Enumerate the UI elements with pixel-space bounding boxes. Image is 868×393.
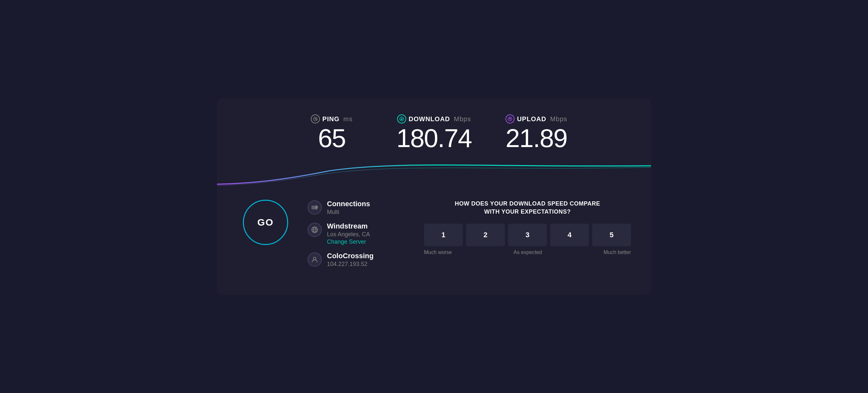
rating-label-worse: Much worse (424, 250, 452, 255)
rating-label-expected: As expected (514, 250, 542, 255)
bottom-section: GO Connections Multi (217, 193, 651, 268)
go-button-wrapper: GO (243, 200, 288, 245)
user-icon (308, 253, 322, 267)
upload-label: UPLOAD (517, 116, 546, 123)
rating-buttons: 1 2 3 4 5 (424, 224, 631, 246)
rating-section: HOW DOES YOUR DOWNLOAD SPEED COMPAREWITH… (411, 200, 631, 255)
svg-point-8 (313, 257, 316, 260)
download-block: DOWNLOAD Mbps 180.74 (397, 114, 472, 151)
upload-icon (505, 114, 515, 124)
ping-block: PING ms 65 (300, 114, 364, 151)
download-label: DOWNLOAD (409, 116, 450, 123)
rating-question: HOW DOES YOUR DOWNLOAD SPEED COMPAREWITH… (424, 200, 631, 216)
download-icon (397, 114, 406, 124)
rating-labels: Much worse As expected Much better (424, 250, 631, 255)
ping-unit: ms (343, 116, 353, 123)
ping-value: 65 (300, 125, 364, 151)
ping-icon (311, 114, 320, 124)
host-label: ColoCrossing (327, 252, 374, 260)
download-unit: Mbps (454, 116, 471, 123)
change-server-link[interactable]: Change Server (327, 238, 370, 245)
upload-value: 21.89 (504, 125, 568, 151)
rating-btn-3[interactable]: 3 (508, 224, 547, 246)
stats-row: PING ms 65 DOWNLOAD Mbps 180.74 (217, 111, 651, 161)
isp-label: Windstream (327, 222, 370, 230)
rating-btn-5[interactable]: 5 (592, 224, 631, 246)
upload-block: UPLOAD Mbps 21.89 (504, 114, 568, 151)
host-ip: 104.227.193.52 (327, 261, 374, 268)
go-button[interactable]: GO (243, 200, 288, 245)
speed-graph (217, 161, 651, 187)
rating-btn-4[interactable]: 4 (550, 224, 589, 246)
connections-item: Connections Multi (308, 200, 392, 216)
ping-label: PING (322, 116, 340, 123)
isp-location: Los Angeles, CA (327, 231, 370, 238)
isp-text: Windstream Los Angeles, CA Change Server (327, 222, 370, 245)
info-items: Connections Multi Windstream (308, 200, 392, 268)
connections-label: Connections (327, 200, 370, 208)
host-item: ColoCrossing 104.227.193.52 (308, 252, 392, 268)
globe-icon (308, 223, 322, 237)
connections-value: Multi (327, 209, 370, 216)
isp-item: Windstream Los Angeles, CA Change Server (308, 222, 392, 245)
connections-icon (308, 200, 322, 215)
connections-text: Connections Multi (327, 200, 370, 216)
download-value: 180.74 (397, 125, 472, 151)
rating-btn-1[interactable]: 1 (424, 224, 463, 246)
rating-label-better: Much better (604, 250, 631, 255)
rating-btn-2[interactable]: 2 (466, 224, 505, 246)
upload-unit: Mbps (550, 116, 567, 123)
host-text: ColoCrossing 104.227.193.52 (327, 252, 374, 268)
speedtest-card: PING ms 65 DOWNLOAD Mbps 180.74 (217, 98, 651, 295)
